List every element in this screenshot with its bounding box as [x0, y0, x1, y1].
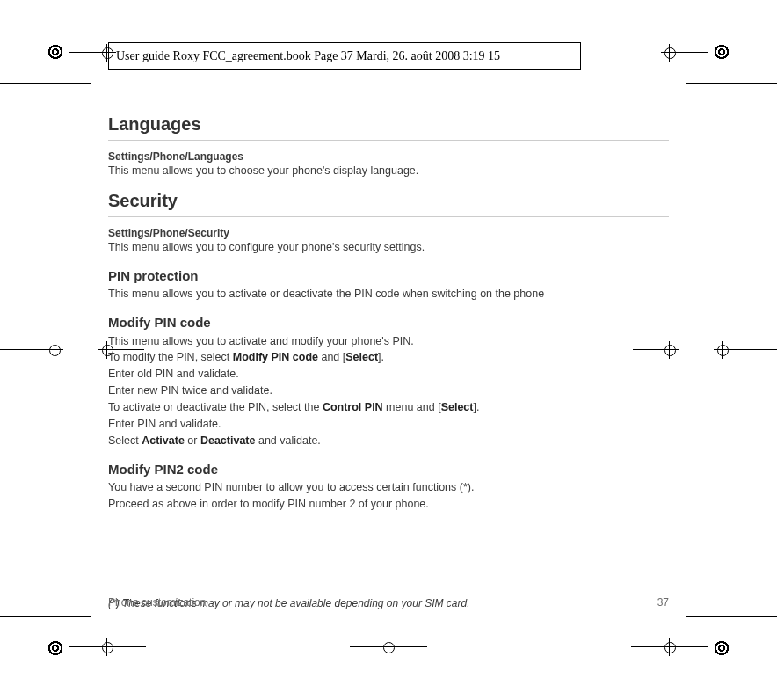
- body-text: Enter new PIN twice and validate.: [108, 383, 669, 398]
- crosshair-icon: [380, 638, 397, 656]
- body-text: Select Activate or Deactivate and valida…: [108, 434, 669, 448]
- body-text: You have a second PIN number to allow yo…: [108, 480, 669, 495]
- footer-page-number: 37: [657, 596, 669, 609]
- crosshair-icon: [98, 638, 116, 656]
- body-text: Proceed as above in order to modify PIN …: [108, 497, 669, 512]
- printer-mark-icon: [710, 637, 733, 660]
- body-text: Enter old PIN and validate.: [108, 367, 669, 382]
- page-header-text: User guide Roxy FCC_agreement.book Page …: [116, 49, 500, 63]
- crop-line: [91, 667, 91, 700]
- crop-line: [350, 646, 383, 647]
- crop-line: [686, 667, 686, 700]
- crop-line: [675, 52, 708, 53]
- crop-line: [0, 83, 91, 84]
- crop-line: [91, 0, 91, 33]
- settings-path: Settings/Phone/Security: [108, 226, 669, 240]
- heading-modify-pin: Modify PIN code: [108, 314, 669, 332]
- heading-modify-pin2: Modify PIN2 code: [108, 461, 669, 478]
- body-text: This menu allows you to activate or deac…: [108, 287, 669, 302]
- printer-mark-icon: [44, 637, 67, 660]
- heading-pin-protection: PIN protection: [108, 267, 669, 285]
- body-text: To activate or deactivate the PIN, selec…: [108, 400, 669, 415]
- crop-line: [394, 646, 427, 647]
- crop-line: [113, 646, 146, 647]
- crop-line: [686, 616, 777, 617]
- body-text: Enter PIN and validate.: [108, 417, 669, 432]
- settings-path: Settings/Phone/Languages: [108, 149, 669, 164]
- crop-line: [675, 646, 708, 647]
- crosshair-icon: [46, 341, 63, 359]
- body-text: This menu allows you to choose your phon…: [108, 164, 669, 179]
- heading-security: Security: [108, 189, 669, 213]
- printer-mark-icon: [44, 40, 67, 63]
- heading-languages: Languages: [108, 113, 669, 136]
- crop-line: [686, 83, 777, 84]
- crop-line: [686, 0, 686, 33]
- body-text: This menu allows you to configure your p…: [108, 240, 669, 255]
- crosshair-icon: [661, 44, 679, 62]
- body-text: This menu allows you to activate and mod…: [108, 334, 669, 349]
- printer-mark-icon: [710, 40, 733, 63]
- crop-line: [69, 52, 102, 53]
- heading-rule: [108, 216, 669, 217]
- body-text: To modify the PIN, select Modify PIN cod…: [108, 350, 669, 365]
- page-content: Languages Settings/Phone/Languages This …: [108, 113, 669, 621]
- page-header-box: User guide Roxy FCC_agreement.book Page …: [108, 42, 581, 70]
- footer-section-name: Phone customization: [108, 596, 206, 609]
- crop-line: [0, 616, 91, 617]
- crosshair-icon: [661, 638, 679, 656]
- crosshair-icon: [714, 341, 731, 359]
- page-footer: Phone customization 37: [108, 596, 669, 609]
- crop-line: [69, 646, 102, 647]
- heading-rule: [108, 140, 669, 141]
- crop-line: [631, 646, 664, 647]
